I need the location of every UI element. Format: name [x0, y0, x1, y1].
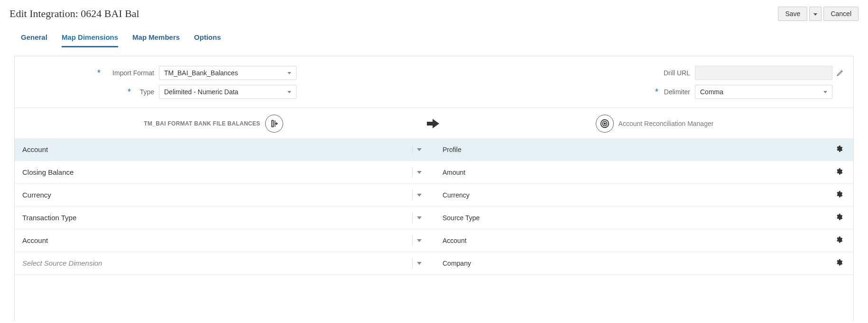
content-panel: * Import Format TM_BAI_Bank_Balances Dri… [14, 56, 854, 321]
map-row[interactable]: CurrencyCurrency [15, 184, 853, 206]
tab-options[interactable]: Options [194, 29, 221, 47]
delimiter-label: * Delimiter [628, 88, 695, 96]
flow-arrow [406, 119, 462, 128]
map-target-cell: Currency [425, 191, 832, 199]
import-format-value: TM_BAI_Bank_Balances [164, 69, 238, 77]
gear-icon [835, 259, 843, 268]
row-settings-button[interactable] [832, 259, 846, 268]
source-dropdown-button[interactable] [412, 167, 425, 178]
gear-icon [835, 213, 843, 222]
drill-url-input[interactable] [695, 66, 832, 80]
map-table: AccountProfileClosing BalanceAmountCurre… [15, 138, 853, 275]
chevron-down-icon [287, 72, 291, 74]
source-dropdown-button[interactable] [412, 144, 425, 155]
flow-source-label: TM_BAI FORMAT BANK FILE BALANCES [144, 120, 260, 127]
required-mark: * [97, 68, 101, 78]
tab-map-dimensions[interactable]: Map Dimensions [62, 29, 118, 47]
map-target-cell: Amount [425, 169, 832, 176]
source-dropdown-button[interactable] [412, 258, 425, 269]
map-source-cell: Closing Balance [22, 168, 412, 176]
import-format-label: * Import Format [21, 69, 159, 77]
map-row[interactable]: AccountProfile [15, 138, 853, 161]
source-icon [265, 115, 283, 133]
chevron-down-icon [417, 262, 422, 265]
flow-row: TM_BAI FORMAT BANK FILE BALANCES Account… [15, 108, 853, 138]
map-row[interactable]: Transaction TypeSource Type [15, 206, 853, 229]
row-settings-button[interactable] [832, 190, 846, 199]
map-source-cell: Transaction Type [22, 214, 412, 222]
drill-url-label-text: Drill URL [664, 69, 690, 77]
row-settings-button[interactable] [832, 145, 846, 154]
target-icon [596, 115, 614, 133]
source-dropdown-button[interactable] [412, 190, 425, 200]
type-value: Delimited - Numeric Data [164, 88, 238, 96]
gear-icon [835, 236, 843, 245]
delimiter-value: Comma [700, 88, 723, 96]
map-target-cell: Source Type [425, 214, 832, 222]
delimiter-label-text: Delimiter [664, 88, 690, 96]
map-row[interactable]: Select Source DimensionCompany [15, 252, 853, 275]
tab-bar: General Map Dimensions Map Members Optio… [0, 21, 868, 47]
source-dropdown-button[interactable] [412, 235, 425, 246]
map-target-cell: Company [425, 260, 832, 267]
chevron-down-icon [417, 216, 422, 219]
drill-url-label: Drill URL [628, 69, 695, 77]
map-source-cell: Account [22, 145, 412, 153]
required-mark: * [655, 87, 658, 97]
map-row[interactable]: AccountAccount [15, 229, 853, 252]
arrow-right-icon [427, 119, 441, 128]
chevron-down-icon [287, 91, 291, 93]
map-source-cell: Select Source Dimension [22, 259, 412, 267]
flow-target-label: Account Reconciliation Manager [619, 120, 714, 127]
map-source-cell: Currency [22, 191, 412, 199]
chevron-down-icon [823, 91, 827, 93]
gear-icon [835, 145, 843, 154]
cancel-button[interactable]: Cancel [823, 7, 859, 21]
chevron-down-icon [417, 148, 422, 151]
row-settings-button[interactable] [832, 236, 846, 245]
gear-icon [835, 168, 843, 177]
page-header: Edit Integration: 0624 BAI Bal Save Canc… [0, 0, 868, 21]
required-mark: * [128, 87, 131, 97]
chevron-down-icon [417, 194, 422, 197]
svg-rect-0 [272, 120, 273, 126]
type-label: * Type [21, 88, 159, 96]
map-target-cell: Account [425, 237, 832, 244]
gear-icon [835, 190, 843, 199]
form-section: * Import Format TM_BAI_Bank_Balances Dri… [15, 66, 853, 108]
save-button[interactable]: Save [778, 7, 807, 21]
caret-down-icon [813, 13, 817, 16]
flow-source: TM_BAI FORMAT BANK FILE BALANCES [21, 115, 406, 133]
import-format-select[interactable]: TM_BAI_Bank_Balances [159, 66, 296, 80]
map-target-cell: Profile [425, 146, 832, 153]
row-settings-button[interactable] [832, 213, 846, 222]
map-row[interactable]: Closing BalanceAmount [15, 161, 853, 184]
page-title: Edit Integration: 0624 BAI Bal [9, 8, 778, 20]
delimiter-select[interactable]: Comma [695, 85, 832, 99]
type-select[interactable]: Delimited - Numeric Data [159, 85, 296, 99]
import-format-label-text: Import Format [112, 69, 154, 77]
chevron-down-icon [417, 239, 422, 242]
tab-general[interactable]: General [21, 29, 47, 47]
chevron-down-icon [417, 171, 422, 174]
flow-target: Account Reconciliation Manager [462, 115, 847, 133]
edit-drill-url-icon[interactable] [832, 68, 847, 78]
save-dropdown-button[interactable] [809, 7, 822, 21]
row-settings-button[interactable] [832, 168, 846, 177]
tab-map-members[interactable]: Map Members [132, 29, 180, 47]
type-label-text: Type [140, 88, 154, 96]
map-source-cell: Account [22, 236, 412, 244]
svg-point-4 [604, 123, 605, 125]
source-dropdown-button[interactable] [412, 213, 425, 223]
header-actions: Save Cancel [778, 7, 859, 21]
